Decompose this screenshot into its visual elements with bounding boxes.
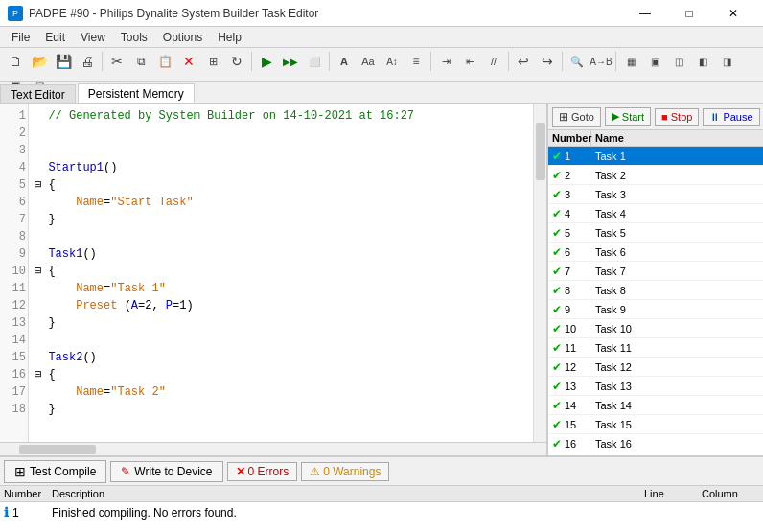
task-row[interactable]: ✔7Task 7 xyxy=(548,262,763,281)
code-vertical-scrollbar[interactable] xyxy=(533,104,546,442)
code-line: Preset (A=2, P=1) xyxy=(35,297,527,314)
err-col-column: Column xyxy=(702,488,759,499)
task-row[interactable]: ✔11Task 11 xyxy=(548,338,763,358)
task-row[interactable]: ✔3Task 3 xyxy=(548,185,763,204)
task-name: Task 6 xyxy=(591,246,763,258)
tb-run2[interactable]: ▶▶ xyxy=(279,50,302,73)
tb-new[interactable]: 🗋 xyxy=(4,50,27,73)
code-scroll-thumb[interactable] xyxy=(536,123,545,180)
write-to-device-button[interactable]: ✎ Write to Device xyxy=(110,461,222,482)
tb-properties[interactable]: ⊞ xyxy=(201,50,224,73)
tb-open[interactable]: 📂 xyxy=(28,50,51,73)
task-rows: ✔1Task 1✔2Task 2✔3Task 3✔4Task 4✔5Task 5… xyxy=(548,147,763,451)
code-scroll-thumb-h[interactable] xyxy=(19,445,96,454)
err-number: 1 xyxy=(12,506,19,520)
line-number: 18 xyxy=(2,401,26,418)
line-number: 15 xyxy=(2,349,26,366)
tb-box4[interactable]: ◧ xyxy=(691,50,714,73)
task-row[interactable]: ✔14Task 14 xyxy=(548,396,763,415)
toolbar-sep-4 xyxy=(430,52,431,71)
task-row[interactable]: ✔15Task 15 xyxy=(548,415,763,434)
tb-paste[interactable]: 📋 xyxy=(153,50,176,73)
tb-font3[interactable]: A↕ xyxy=(381,50,404,73)
task-row[interactable]: ✔10Task 10 xyxy=(548,319,763,338)
test-compile-icon: ⊞ xyxy=(14,464,26,479)
task-row[interactable]: ✔2Task 2 xyxy=(548,166,763,185)
task-number: 10 xyxy=(565,323,576,335)
line-number: 4 xyxy=(2,159,26,176)
menu-options[interactable]: Options xyxy=(155,29,210,46)
action-bar: ⊞ Test Compile ✎ Write to Device ✕ 0 Err… xyxy=(0,457,763,486)
line-number: 1 xyxy=(2,107,26,125)
task-row[interactable]: ✔13Task 13 xyxy=(548,377,763,396)
main-area: 123456789101112131415161718 // Generated… xyxy=(0,104,763,455)
tb-undo[interactable]: ↩ xyxy=(512,50,535,73)
bottom-area: ⊞ Test Compile ✎ Write to Device ✕ 0 Err… xyxy=(0,455,763,532)
close-button[interactable]: ✕ xyxy=(711,0,755,27)
task-row[interactable]: ✔9Task 9 xyxy=(548,300,763,319)
task-name: Task 11 xyxy=(591,342,763,354)
tb-cut[interactable]: ✂ xyxy=(105,50,128,73)
tb-align[interactable]: ≡ xyxy=(405,50,428,73)
task-row[interactable]: ✔6Task 6 xyxy=(548,243,763,262)
minimize-button[interactable]: — xyxy=(623,0,667,27)
task-row[interactable]: ✔16Task 16 xyxy=(548,434,763,451)
task-number: 11 xyxy=(565,342,576,354)
task-row[interactable]: ✔1Task 1 xyxy=(548,147,763,166)
code-line: Name="Task 1" xyxy=(35,280,527,297)
task-cell-number: ✔6 xyxy=(548,245,591,259)
task-row[interactable]: ✔8Task 8 xyxy=(548,281,763,300)
tb-search[interactable]: 🔍 xyxy=(566,50,589,73)
tb-box5[interactable]: ◨ xyxy=(715,50,738,73)
toolbar-sep-5 xyxy=(508,52,509,71)
pause-button[interactable]: ⏸ Pause xyxy=(703,108,759,126)
task-name: Task 1 xyxy=(591,150,763,162)
tb-indent[interactable]: ⇥ xyxy=(434,50,457,73)
tb-outdent[interactable]: ⇤ xyxy=(458,50,481,73)
task-row[interactable]: ✔12Task 12 xyxy=(548,358,763,377)
tb-box1[interactable]: ▦ xyxy=(619,50,642,73)
code-lines[interactable]: // Generated by System Builder on 14-10-… xyxy=(29,104,533,442)
task-row[interactable]: ✔5Task 5 xyxy=(548,223,763,243)
tb-font2[interactable]: Aa xyxy=(357,50,380,73)
start-icon: ▶ xyxy=(612,110,619,123)
start-button[interactable]: ▶ Start xyxy=(605,107,651,126)
menu-help[interactable]: Help xyxy=(210,29,249,46)
code-horizontal-scrollbar[interactable] xyxy=(0,442,546,455)
err-cell-number: ℹ1 xyxy=(4,505,52,520)
tb-run[interactable]: ▶ xyxy=(255,50,278,73)
test-compile-button[interactable]: ⊞ Test Compile xyxy=(4,460,106,483)
task-number: 3 xyxy=(565,189,570,200)
goto-icon: ⊞ xyxy=(559,110,568,124)
tb-print[interactable]: 🖨 xyxy=(76,50,99,73)
tb-box2[interactable]: ▣ xyxy=(643,50,666,73)
menu-tools[interactable]: Tools xyxy=(113,29,155,46)
code-line xyxy=(35,332,527,349)
tb-delete[interactable]: ✕ xyxy=(177,50,200,73)
tb-save[interactable]: 💾 xyxy=(52,50,75,73)
line-number: 2 xyxy=(2,125,26,142)
tb-font[interactable]: A xyxy=(333,50,356,73)
task-cell-number: ✔5 xyxy=(548,226,591,240)
tb-comment[interactable]: // xyxy=(482,50,505,73)
tb-box3[interactable]: ◫ xyxy=(667,50,690,73)
task-cell-number: ✔3 xyxy=(548,188,591,201)
tb-refresh[interactable]: ↻ xyxy=(225,50,248,73)
tb-replace[interactable]: A→B xyxy=(590,50,613,73)
task-name: Task 14 xyxy=(591,400,763,411)
tb-copy[interactable]: ⧉ xyxy=(129,50,152,73)
tb-redo[interactable]: ↪ xyxy=(536,50,559,73)
stop-button[interactable]: ■ Stop xyxy=(655,108,699,126)
menu-view[interactable]: View xyxy=(73,29,113,46)
maximize-button[interactable]: □ xyxy=(667,0,711,27)
line-number: 3 xyxy=(2,142,26,159)
goto-button[interactable]: ⊞ Goto xyxy=(552,107,601,127)
tab-persistent-memory[interactable]: Persistent Memory xyxy=(78,83,195,103)
menu-edit[interactable]: Edit xyxy=(37,29,73,46)
task-row[interactable]: ✔4Task 4 xyxy=(548,204,763,223)
tab-text-editor[interactable]: Text Editor xyxy=(0,84,76,103)
menu-file[interactable]: File xyxy=(4,29,37,46)
tb-step[interactable]: ⬜ xyxy=(303,50,326,73)
code-line: ⊟ { xyxy=(35,263,527,280)
warning-icon: ⚠ xyxy=(310,465,320,478)
